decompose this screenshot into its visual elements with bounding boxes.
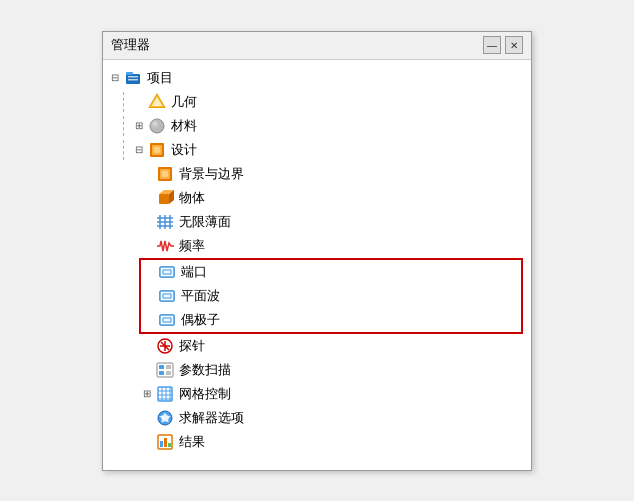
tree-item-mesh[interactable]: ⊞ 网格控制 (107, 382, 527, 406)
tree-item-geo[interactable]: 几何 (107, 90, 527, 114)
svg-rect-34 (160, 291, 174, 301)
manager-window: 管理器 — ✕ ⊟ 项目 (102, 31, 532, 471)
svg-rect-1 (126, 72, 133, 75)
svg-marker-5 (150, 95, 164, 107)
expander-project[interactable]: ⊟ (107, 70, 123, 86)
solver-icon (155, 408, 175, 428)
design-icon (147, 140, 167, 160)
probe-label: 探针 (179, 337, 205, 355)
result-icon (155, 432, 175, 452)
expander-probe (139, 338, 155, 354)
window-title: 管理器 (111, 36, 150, 54)
material-icon (147, 116, 167, 136)
expander-result (139, 434, 155, 450)
bg-label: 背景与边界 (179, 165, 244, 183)
tree-item-surface[interactable]: 无限薄面 (107, 210, 527, 234)
svg-rect-28 (160, 267, 174, 277)
expander-dipole (141, 312, 157, 328)
svg-rect-48 (166, 365, 171, 369)
expander-freq (139, 238, 155, 254)
svg-rect-13 (162, 171, 168, 177)
tree-item-port[interactable]: 端口 (141, 260, 521, 284)
geo-icon (147, 92, 167, 112)
expander-sweep (139, 362, 155, 378)
tree-item-design[interactable]: ⊟ 设计 (107, 138, 527, 162)
svg-point-7 (150, 119, 164, 133)
mesh-label: 网格控制 (179, 385, 231, 403)
indent (123, 140, 131, 160)
result-label: 结果 (179, 433, 205, 451)
title-bar: 管理器 — ✕ (103, 32, 531, 60)
tree-item-freq[interactable]: 频率 (107, 234, 527, 258)
tree-content: ⊟ 项目 几何 (103, 60, 531, 470)
surface-label: 无限薄面 (179, 213, 231, 231)
title-bar-left: 管理器 (111, 36, 150, 54)
mesh-icon (155, 384, 175, 404)
svg-rect-3 (128, 79, 138, 81)
expander-solver (139, 410, 155, 426)
dipole-label: 偶极子 (181, 311, 220, 329)
solver-label: 求解器选项 (179, 409, 244, 427)
project-icon (123, 68, 143, 88)
expander-geo[interactable] (131, 94, 147, 110)
close-button[interactable]: ✕ (505, 36, 523, 54)
expander-port (141, 264, 157, 280)
minimize-button[interactable]: — (483, 36, 501, 54)
bg-icon (155, 164, 175, 184)
expander-bg (139, 166, 155, 182)
indent (123, 92, 131, 112)
svg-rect-47 (159, 371, 164, 375)
solid-icon (155, 188, 175, 208)
svg-rect-49 (166, 371, 171, 375)
expander-design[interactable]: ⊟ (131, 142, 147, 158)
port-label: 端口 (181, 263, 207, 281)
svg-rect-2 (128, 76, 138, 78)
probe-icon (155, 336, 175, 356)
tree-item-planewave[interactable]: 平面波 (141, 284, 521, 308)
tree-item-solid[interactable]: 物体 (107, 186, 527, 210)
planewave-label: 平面波 (181, 287, 220, 305)
tree-item-bg[interactable]: 背景与边界 (107, 162, 527, 186)
expander-surface (139, 214, 155, 230)
tree-item-solver[interactable]: 求解器选项 (107, 406, 527, 430)
svg-rect-40 (160, 315, 174, 325)
tree-item-result[interactable]: 结果 (107, 430, 527, 454)
dipole-icon (157, 310, 177, 330)
tree-item-project[interactable]: ⊟ 项目 (107, 66, 527, 90)
geo-label: 几何 (171, 93, 197, 111)
svg-rect-62 (168, 443, 171, 447)
port-icon (157, 262, 177, 282)
freq-icon (155, 236, 175, 256)
svg-rect-10 (154, 147, 160, 153)
project-label: 项目 (147, 69, 173, 87)
material-label: 材料 (171, 117, 197, 135)
planewave-icon (157, 286, 177, 306)
tree-item-probe[interactable]: 探针 (107, 334, 527, 358)
indent (123, 116, 131, 136)
expander-material[interactable]: ⊞ (131, 118, 147, 134)
svg-rect-60 (160, 441, 163, 447)
expander-solid (139, 190, 155, 206)
surface-icon (155, 212, 175, 232)
svg-rect-46 (159, 365, 164, 369)
tree-item-dipole[interactable]: 偶极子 (141, 308, 521, 332)
tree-item-material[interactable]: ⊞ 材料 (107, 114, 527, 138)
freq-label: 频率 (179, 237, 205, 255)
solid-label: 物体 (179, 189, 205, 207)
sweep-icon (155, 360, 175, 380)
sweep-label: 参数扫描 (179, 361, 231, 379)
svg-rect-14 (159, 194, 169, 204)
design-label: 设计 (171, 141, 197, 159)
title-bar-buttons: — ✕ (483, 36, 523, 54)
svg-rect-61 (164, 438, 167, 447)
tree-item-sweep[interactable]: 参数扫描 (107, 358, 527, 382)
highlight-group: 端口 平面波 (139, 258, 523, 334)
expander-mesh[interactable]: ⊞ (139, 386, 155, 402)
expander-planewave (141, 288, 157, 304)
